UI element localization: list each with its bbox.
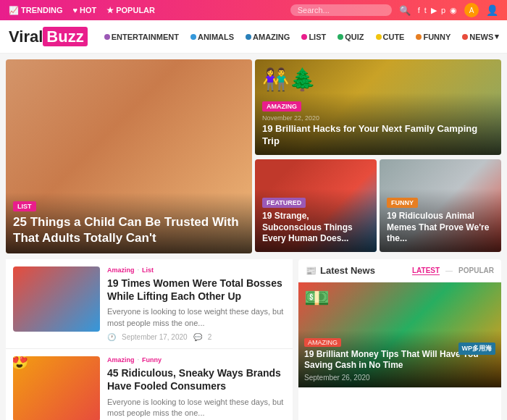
hero-bottom-right: FEATURED 19 Strange, Subconscious Things… bbox=[255, 159, 501, 253]
article-title-2[interactable]: 45 Ridiculous, Sneaky Ways Brands Have F… bbox=[107, 366, 285, 392]
tag-list[interactable]: List bbox=[142, 266, 154, 274]
news-date: September 26, 2020 bbox=[304, 374, 495, 382]
camping-figures: 👫🌲 bbox=[262, 67, 316, 92]
nav-cute[interactable]: CUTE bbox=[371, 30, 410, 44]
social-icons: f t ▶ p ◉ bbox=[418, 6, 457, 15]
facebook-icon[interactable]: f bbox=[418, 6, 420, 14]
hero-large-tag: LIST bbox=[13, 201, 36, 211]
tag-amazing2[interactable]: Amazing bbox=[107, 356, 135, 364]
twitter-icon[interactable]: t bbox=[424, 6, 427, 14]
news-overlay: AMAZING 19 Brilliant Money Tips That Wil… bbox=[298, 330, 501, 387]
clock-icon: 🕐 bbox=[107, 333, 116, 341]
instagram-icon[interactable]: ◉ bbox=[450, 6, 457, 15]
nav-animals[interactable]: ANIMALS bbox=[185, 30, 239, 44]
popular-label: POPULAR bbox=[116, 6, 155, 14]
dot-icon bbox=[416, 34, 422, 40]
chevron-down-icon: ▾ bbox=[495, 32, 499, 41]
hero-large-card[interactable]: LIST 25 Things a Child Can Be Trusted Wi… bbox=[6, 59, 252, 253]
article-thumbnail[interactable]: 😍 bbox=[13, 356, 100, 420]
article-excerpt-2: Everyone is looking to lose weight these… bbox=[107, 397, 285, 419]
star-icon: ★ bbox=[106, 6, 114, 15]
hero-grid: LIST 25 Things a Child Can Be Trusted Wi… bbox=[6, 59, 501, 253]
nav-entertainment[interactable]: ENTERTAINMENT bbox=[99, 30, 184, 44]
tag-funny[interactable]: Funny bbox=[142, 356, 162, 364]
article-title[interactable]: 19 Times Women Were Total Bosses While L… bbox=[107, 277, 285, 303]
thumb-women-image bbox=[13, 266, 100, 332]
hero-top-right-card[interactable]: 👫🌲 AMAZING November 22, 2020 19 Brillian… bbox=[255, 59, 501, 155]
article-tags: Amazing · List bbox=[107, 266, 285, 274]
nav-quiz[interactable]: QUIZ bbox=[332, 30, 369, 44]
emoji-reaction: 😍 bbox=[13, 356, 29, 371]
article-thumbnail[interactable] bbox=[13, 266, 100, 332]
nav-label: QUIZ bbox=[345, 33, 364, 41]
logo-buzz: Buzz bbox=[43, 27, 87, 46]
hot-label: HOT bbox=[80, 6, 96, 14]
youtube-icon[interactable]: ▶ bbox=[431, 6, 437, 15]
comment-icon: 💬 bbox=[193, 333, 202, 341]
logo[interactable]: ViralBuzz bbox=[9, 28, 88, 46]
hot-item[interactable]: ♥ HOT bbox=[72, 6, 96, 15]
sidebar-news-item[interactable]: 💵 AMAZING 19 Brilliant Money Tips That W… bbox=[298, 282, 501, 387]
trending-item[interactable]: 📈 TRENDING bbox=[9, 6, 62, 15]
nav-label: ANIMALS bbox=[198, 33, 234, 41]
tab-separator: — bbox=[445, 266, 453, 275]
featured-tag: FEATURED bbox=[262, 198, 306, 208]
top-bar: 📈 TRENDING ♥ HOT ★ POPULAR 🔍 f t ▶ p ◉ A… bbox=[0, 0, 507, 20]
search-icon[interactable]: 🔍 bbox=[399, 5, 411, 16]
news-tag: AMAZING bbox=[304, 338, 341, 347]
sidebar-title-text: Latest News bbox=[320, 265, 375, 276]
trending-icon: 📈 bbox=[9, 6, 19, 15]
camping-tag: AMAZING bbox=[262, 101, 301, 112]
dot-icon bbox=[301, 34, 307, 40]
article-excerpt: Everyone is looking to lose weight these… bbox=[107, 306, 285, 329]
search-input[interactable] bbox=[290, 4, 392, 16]
wp-badge: WP多用海 bbox=[458, 343, 496, 355]
top-bar-right: 🔍 f t ▶ p ◉ A 👤 bbox=[290, 3, 498, 17]
sidebar-title: 📰 Latest News bbox=[306, 265, 375, 276]
hero-bottom-left-card[interactable]: FEATURED 19 Strange, Subconscious Things… bbox=[255, 159, 377, 252]
nav-funny[interactable]: FUNNY bbox=[411, 30, 456, 44]
nav-label: ENTERTAINMENT bbox=[112, 33, 179, 41]
article-content: Amazing · Funny 45 Ridiculous, Sneaky Wa… bbox=[107, 356, 285, 420]
sidebar: 📰 Latest News LATEST — POPULAR 💵 AMAZING… bbox=[298, 259, 501, 420]
camping-title: 19 Brilliant Hacks for Your Next Family … bbox=[262, 123, 494, 148]
dot-icon bbox=[338, 34, 343, 40]
cat-overlay: FUNNY 19 Ridiculous Animal Memes That Pr… bbox=[380, 189, 501, 252]
article-date: September 17, 2020 bbox=[122, 333, 188, 341]
human-does-title: 19 Strange, Subconscious Things Every Hu… bbox=[262, 211, 369, 245]
dot-icon bbox=[376, 34, 382, 40]
sidebar-tabs: LATEST — POPULAR bbox=[412, 266, 494, 275]
hero-large-overlay: LIST 25 Things a Child Can Be Trusted Wi… bbox=[6, 193, 252, 253]
nav-list[interactable]: LIST bbox=[296, 30, 331, 44]
nav-amazing[interactable]: AMAZING bbox=[240, 30, 295, 44]
funny-tag: FUNNY bbox=[387, 198, 418, 208]
dot-icon bbox=[462, 34, 468, 40]
nav-label: AMAZING bbox=[253, 33, 290, 41]
pinterest-icon[interactable]: p bbox=[441, 6, 445, 14]
avatar[interactable]: A bbox=[464, 3, 479, 17]
money-icon: 💵 bbox=[304, 286, 330, 310]
tab-latest[interactable]: LATEST bbox=[412, 266, 440, 275]
dot-icon bbox=[246, 34, 251, 40]
nav-news[interactable]: NEWS ▾ bbox=[457, 29, 504, 44]
user-icon[interactable]: 👤 bbox=[486, 4, 498, 16]
tag-amazing[interactable]: Amazing bbox=[107, 266, 135, 274]
news-icon: 📰 bbox=[306, 266, 317, 276]
top-bar-left: 📈 TRENDING ♥ HOT ★ POPULAR bbox=[9, 6, 155, 15]
article-comments: 2 bbox=[208, 333, 212, 341]
article-list: Amazing · List 19 Times Women Were Total… bbox=[6, 259, 293, 420]
sidebar-header: 📰 Latest News LATEST — POPULAR bbox=[298, 259, 501, 282]
article-tags: Amazing · Funny bbox=[107, 356, 285, 364]
trending-label: TRENDING bbox=[21, 6, 62, 14]
nav-label: NEWS bbox=[469, 33, 493, 41]
hero-bottom-right-card[interactable]: FUNNY 19 Ridiculous Animal Memes That Pr… bbox=[380, 159, 501, 252]
tab-popular[interactable]: POPULAR bbox=[458, 266, 494, 275]
women-overlay: FEATURED 19 Strange, Subconscious Things… bbox=[255, 189, 377, 252]
camping-overlay: AMAZING November 22, 2020 19 Brilliant H… bbox=[255, 93, 501, 155]
article-content: Amazing · List 19 Times Women Were Total… bbox=[107, 266, 285, 341]
memes-title: 19 Ridiculous Animal Memes That Prove We… bbox=[387, 211, 494, 245]
article-meta: 🕐 September 17, 2020 💬 2 bbox=[107, 333, 285, 341]
article-item: 😍 Amazing · Funny 45 Ridiculous, Sneaky … bbox=[6, 349, 293, 420]
hero-large-title: 25 Things a Child Can Be Trusted With Th… bbox=[13, 214, 245, 246]
popular-item[interactable]: ★ POPULAR bbox=[106, 6, 155, 15]
